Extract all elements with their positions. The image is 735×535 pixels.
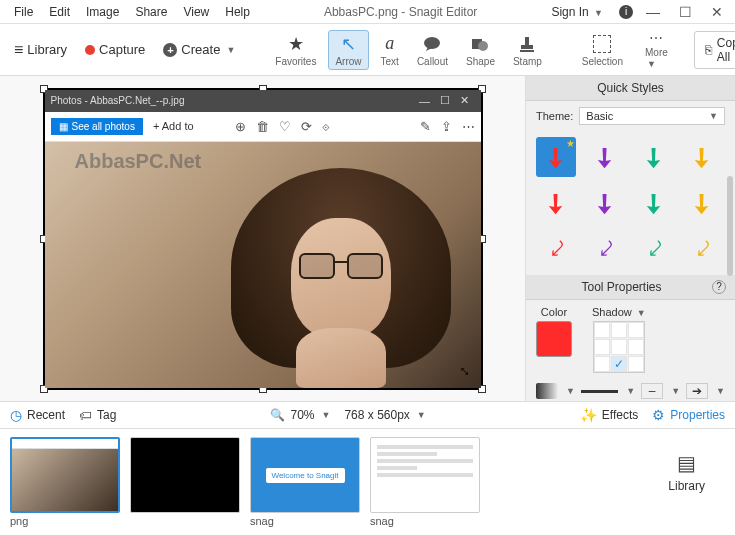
capture-tray: png Welcome to Snagit snag snag ▤ Librar… (0, 429, 735, 535)
quick-styles-grid: ★➘ ➘ ➘ ➘ ➘ ➘ ➘ ➘ ⤵ ⤵ ⤵ ⤵ (526, 131, 735, 275)
inner-window-title: Photos - AbbasPC.Net_--p.jpg (51, 95, 415, 106)
tag-button[interactable]: 🏷 Tag (79, 408, 116, 423)
add-to-button: + Add to (153, 120, 194, 132)
photo-subject (211, 168, 451, 388)
tool-favorites[interactable]: ★Favorites (269, 31, 322, 69)
thumbnail-1[interactable] (10, 437, 120, 513)
style-arrow-teal[interactable]: ➘ (634, 137, 674, 177)
svg-rect-5 (520, 50, 534, 52)
thumbnail-4[interactable] (370, 437, 480, 513)
edit-icon: ✎ (420, 119, 431, 134)
scrollbar[interactable] (727, 176, 733, 276)
quick-styles-header: Quick Styles (526, 76, 735, 101)
thumbnail-label: snag (370, 515, 394, 527)
callout-icon (423, 33, 441, 55)
inner-close-icon: ✕ (455, 94, 475, 107)
canvas-frame[interactable]: Photos - AbbasPC.Net_--p.jpg — ☐ ✕ ▦ See… (43, 88, 483, 390)
rotate-icon: ⟳ (301, 119, 312, 134)
tool-arrow[interactable]: ↖Arrow (328, 30, 368, 70)
toolbar: ≡ Library Capture + Create ▼ ★Favorites … (0, 24, 735, 76)
menu-bar: File Edit Image Share View Help AbbasPC.… (0, 0, 735, 24)
capture-button[interactable]: Capture (79, 39, 151, 60)
menu-help[interactable]: Help (217, 3, 258, 21)
thumbnail-2[interactable] (130, 437, 240, 513)
close-button[interactable]: ✕ (705, 4, 729, 20)
delete-icon: 🗑 (256, 119, 269, 134)
gear-icon: ⚙ (652, 407, 665, 423)
style-arrow-purple-2[interactable]: ➘ (585, 183, 625, 223)
thumbnail-3[interactable]: Welcome to Snagit (250, 437, 360, 513)
style-arrow-red-2[interactable]: ➘ (536, 183, 576, 223)
opacity-icon[interactable] (536, 383, 558, 399)
svg-rect-3 (525, 37, 529, 45)
copy-all-button[interactable]: ⎘ Copy All (694, 31, 735, 69)
style-arrow-teal-dotted[interactable]: ⤵ (634, 229, 674, 269)
style-arrow-purple[interactable]: ➘ (585, 137, 625, 177)
tool-selection[interactable]: Selection (576, 31, 629, 69)
more-tools-button[interactable]: ⋯More ▼ (639, 28, 674, 71)
tool-stamp[interactable]: Stamp (507, 31, 548, 69)
photos-icon: ▦ (59, 121, 68, 132)
svg-point-2 (478, 41, 488, 51)
more-icon: ⋯ (462, 119, 475, 134)
inner-minimize-icon: — (415, 95, 435, 107)
menu-image[interactable]: Image (78, 3, 127, 21)
watermark-text: AbbasPC.Net (75, 150, 202, 173)
tool-properties-header: Tool Properties? (526, 275, 735, 300)
status-bar: ◷ Recent 🏷 Tag 🔍 70% ▼ 768 x 560px ▼ ✨ E… (0, 401, 735, 429)
dimensions-control[interactable]: 768 x 560px ▼ (344, 408, 425, 422)
style-arrow-yellow-dotted[interactable]: ⤵ (682, 229, 722, 269)
menu-file[interactable]: File (6, 3, 41, 21)
style-arrow-purple-dotted[interactable]: ⤵ (585, 229, 625, 269)
tag-icon: 🏷 (79, 408, 92, 423)
menu-edit[interactable]: Edit (41, 3, 78, 21)
effects-button[interactable]: ✨ Effects (580, 407, 638, 423)
inner-maximize-icon: ☐ (435, 94, 455, 107)
style-arrow-yellow[interactable]: ➘ (682, 137, 722, 177)
tool-text[interactable]: aText (375, 31, 405, 69)
properties-button[interactable]: ⚙ Properties (652, 407, 725, 423)
tool-shape[interactable]: Shape (460, 31, 501, 69)
start-cap-select[interactable]: – (641, 383, 663, 399)
color-label: Color (541, 306, 567, 318)
chevron-down-icon: ▼ (594, 8, 603, 18)
maximize-button[interactable]: ☐ (673, 4, 697, 20)
menu-share[interactable]: Share (127, 3, 175, 21)
help-icon[interactable]: ? (712, 280, 726, 294)
chevron-down-icon: ▼ (709, 111, 718, 121)
end-cap-select[interactable]: ➔ (686, 383, 708, 399)
shadow-picker[interactable]: ✓ (593, 321, 645, 373)
resize-corner-icon[interactable]: ↔ (452, 358, 476, 382)
svg-point-0 (424, 37, 440, 49)
zoom-control[interactable]: 🔍 70% ▼ (270, 408, 330, 422)
theme-select[interactable]: Basic▼ (579, 107, 725, 125)
inner-toolbar: ▦ See all photos + Add to ⊕ 🗑 ♡ ⟳ ⟐ ✎ ⇪ … (45, 112, 481, 142)
line-width-control[interactable] (581, 390, 618, 393)
sign-in-link[interactable]: Sign In ▼ (543, 3, 611, 21)
zoom-icon: ⊕ (235, 119, 246, 134)
plus-icon: + (163, 43, 177, 57)
minimize-button[interactable]: — (641, 4, 665, 20)
color-picker[interactable] (536, 321, 572, 357)
menu-view[interactable]: View (175, 3, 217, 21)
chevron-down-icon: ▼ (226, 45, 235, 55)
arrow-icon: ↖ (341, 33, 356, 55)
wand-icon: ✨ (580, 407, 597, 423)
tool-callout[interactable]: Callout (411, 31, 454, 69)
create-button[interactable]: + Create ▼ (157, 39, 241, 60)
crop-icon: ⟐ (322, 119, 330, 134)
record-icon (85, 45, 95, 55)
canvas-area[interactable]: Photos - AbbasPC.Net_--p.jpg — ☐ ✕ ▦ See… (0, 76, 525, 401)
thumbnail-label: png (10, 515, 28, 527)
style-arrow-red-dotted[interactable]: ⤵ (536, 229, 576, 269)
share-icon: ⇪ (441, 119, 452, 134)
svg-rect-4 (521, 45, 533, 49)
library-tray-button[interactable]: ▤ Library (648, 437, 725, 507)
style-arrow-yellow-2[interactable]: ➘ (682, 183, 722, 223)
library-button[interactable]: ≡ Library (8, 38, 73, 62)
recent-button[interactable]: ◷ Recent (10, 407, 65, 423)
style-arrow-red[interactable]: ★➘ (536, 137, 576, 177)
text-icon: a (385, 33, 394, 55)
info-icon[interactable]: i (619, 5, 633, 19)
style-arrow-teal-2[interactable]: ➘ (634, 183, 674, 223)
